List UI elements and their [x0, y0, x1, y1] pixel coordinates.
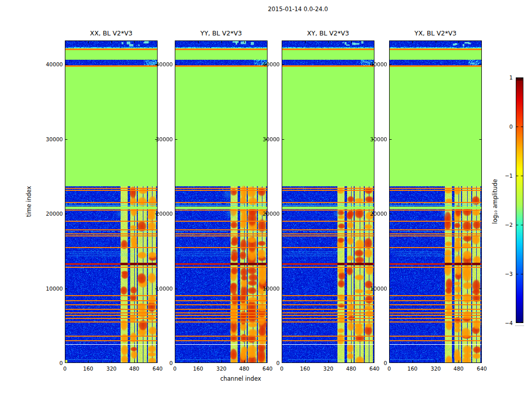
panel-title-xy: XY, BL V2*V3	[282, 29, 374, 37]
x-tick-label: 480	[346, 366, 356, 372]
y-tick-label: 20000	[156, 211, 173, 217]
colorbar-top-comb-tick	[523, 78, 523, 80]
x-tick-label: 640	[369, 366, 379, 372]
heatmap-canvas-yx	[389, 40, 482, 363]
colorbar-top-comb-tick	[519, 78, 519, 80]
y-tick-label: 40000	[263, 62, 280, 67]
colorbar-tick-mark	[516, 127, 518, 127]
heatmap-panel-yx: YX, BL V2*V3	[389, 40, 482, 363]
colorbar-tick-label: 0	[509, 124, 513, 130]
y-tick-label: 30000	[370, 137, 387, 142]
colorbar-tick-label: −1	[505, 173, 513, 179]
y-tick-label: 20000	[263, 211, 280, 217]
figure-title: 2015-01-14 0.0-24.0	[268, 6, 328, 13]
y-tick-label: 30000	[156, 137, 173, 142]
x-tick-label: 320	[216, 366, 226, 372]
heatmap-panel-xy: XY, BL V2*V3	[282, 40, 374, 363]
x-tick-label: 640	[477, 366, 487, 372]
x-tick-label: 480	[129, 366, 139, 372]
y-tick-label: 10000	[46, 286, 63, 292]
x-tick-label: 160	[83, 366, 93, 372]
x-tick-label: 0	[388, 366, 391, 372]
x-tick-label: 640	[153, 366, 163, 372]
x-tick-label: 160	[193, 366, 203, 372]
y-axis-label: time index	[25, 186, 32, 217]
colorbar-tick-label: 1	[509, 75, 513, 80]
heatmap-canvas-yy	[175, 40, 268, 363]
y-tick-label: 40000	[370, 62, 387, 67]
heatmap-canvas-xy	[282, 40, 374, 363]
panel-title-yy: YY, BL V2*V3	[175, 29, 268, 37]
heatmap-panel-xx: XX, BL V2*V3	[65, 40, 158, 363]
y-tick-label: 0	[276, 360, 280, 366]
colorbar	[516, 77, 523, 323]
y-tick-label: 20000	[46, 211, 63, 217]
x-tick-label: 320	[323, 366, 333, 372]
colorbar-tick-label: −4	[505, 320, 513, 326]
colorbar-tick-mark	[516, 322, 518, 322]
y-tick-label: 30000	[46, 137, 63, 142]
colorbar-tick-mark	[516, 176, 518, 176]
y-tick-label: 40000	[156, 62, 173, 67]
colorbar-top-comb-tick	[517, 78, 517, 80]
colorbar-tick-mark	[516, 225, 518, 225]
colorbar-tick-mark	[521, 322, 523, 322]
heatmap-panel-yy: YY, BL V2*V3	[175, 40, 268, 363]
x-tick-label: 0	[173, 366, 177, 372]
figure: 2015-01-14 0.0-24.0 XX, BL V2*V3 YY, BL …	[0, 0, 532, 405]
colorbar-tick-mark	[516, 274, 518, 274]
y-tick-label: 20000	[370, 211, 387, 217]
colorbar-tick-mark	[521, 274, 523, 274]
colorbar-tick-label: −2	[505, 222, 513, 228]
x-tick-label: 0	[63, 366, 67, 372]
panel-title-yx: YX, BL V2*V3	[389, 29, 482, 37]
panel-title-xx: XX, BL V2*V3	[65, 29, 158, 37]
colorbar-tick-mark	[521, 225, 523, 225]
x-tick-label: 0	[280, 366, 284, 372]
colorbar-top-comb-tick	[518, 78, 518, 80]
x-tick-label: 640	[262, 366, 273, 372]
x-axis-label: channel index	[220, 375, 261, 382]
colorbar-tick-label: −3	[505, 271, 513, 277]
y-tick-label: 10000	[263, 286, 280, 292]
y-tick-label: 0	[169, 360, 173, 366]
colorbar-top-comb-tick	[521, 78, 521, 80]
colorbar-top-comb-tick	[520, 78, 520, 80]
y-tick-label: 0	[59, 360, 63, 366]
colorbar-top-comb-tick	[522, 78, 522, 80]
y-tick-label: 30000	[263, 137, 280, 142]
x-tick-label: 320	[431, 366, 441, 372]
y-tick-label: 10000	[156, 286, 173, 292]
y-tick-label: 0	[384, 360, 387, 366]
x-tick-label: 320	[106, 366, 117, 372]
y-tick-label: 10000	[370, 286, 387, 292]
colorbar-label: log₁₀ amplitude	[491, 179, 499, 224]
x-tick-label: 160	[300, 366, 310, 372]
x-tick-label: 480	[453, 366, 464, 372]
x-tick-label: 160	[407, 366, 417, 372]
colorbar-tick-mark	[521, 176, 523, 176]
colorbar-tick-mark	[521, 127, 523, 127]
x-tick-label: 480	[239, 366, 249, 372]
colorbar-bottom-dots	[515, 326, 524, 326]
y-tick-label: 40000	[46, 62, 63, 67]
heatmap-canvas-xx	[65, 40, 158, 363]
